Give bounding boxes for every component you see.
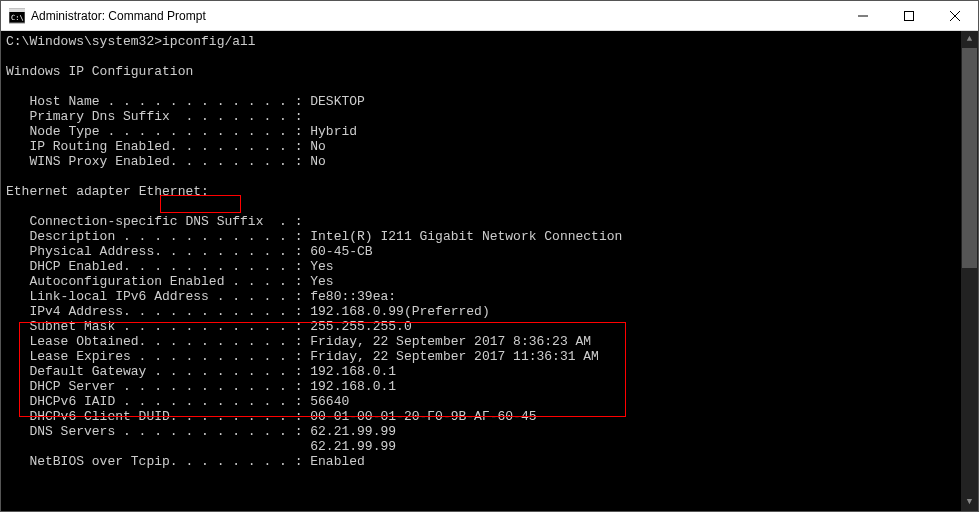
label: NetBIOS over Tcpip. . . . . . . . :: [29, 454, 302, 469]
titlebar[interactable]: C:\ Administrator: Command Prompt: [1, 1, 978, 31]
value: 60-45-CB: [310, 244, 372, 259]
label: Autoconfiguration Enabled . . . . :: [29, 274, 302, 289]
adapter-prefix: Ethernet adapter: [6, 184, 139, 199]
label: Physical Address. . . . . . . . . :: [29, 244, 302, 259]
svg-rect-4: [905, 11, 914, 20]
svg-rect-1: [9, 9, 25, 12]
label: Connection-specific DNS Suffix . :: [29, 214, 302, 229]
label: Default Gateway . . . . . . . . . :: [29, 364, 302, 379]
scrollbar-vertical[interactable]: ▲ ▼: [961, 31, 978, 511]
svg-text:C:\: C:\: [11, 14, 24, 22]
prompt: C:\Windows\system32>: [6, 34, 162, 49]
value: Hybrid: [310, 124, 357, 139]
label: DHCP Server . . . . . . . . . . . :: [29, 379, 302, 394]
label: Link-local IPv6 Address . . . . . :: [29, 289, 302, 304]
label: Host Name . . . . . . . . . . . . :: [29, 94, 302, 109]
value: 255.255.255.0: [310, 319, 411, 334]
label: Description . . . . . . . . . . . :: [29, 229, 302, 244]
terminal-output: C:\Windows\system32>ipconfig/all Windows…: [6, 34, 973, 469]
label: Lease Expires . . . . . . . . . . :: [29, 349, 302, 364]
value: No: [310, 154, 326, 169]
value: Friday, 22 September 2017 8:36:23 AM: [310, 334, 591, 349]
label: DNS Servers . . . . . . . . . . . :: [29, 424, 302, 439]
value: 62.21.99.99: [310, 439, 396, 454]
value: No: [310, 139, 326, 154]
value: 62.21.99.99: [310, 424, 396, 439]
cmd-icon: C:\: [9, 8, 25, 24]
value: 192.168.0.1: [310, 379, 396, 394]
value: 56640: [310, 394, 349, 409]
label: Lease Obtained. . . . . . . . . . :: [29, 334, 302, 349]
minimize-button[interactable]: [840, 1, 886, 30]
value: Intel(R) I211 Gigabit Network Connection: [310, 229, 622, 244]
value: Enabled: [310, 454, 365, 469]
scrollbar-down-arrow[interactable]: ▼: [961, 494, 978, 511]
maximize-button[interactable]: [886, 1, 932, 30]
label: DHCPv6 Client DUID. . . . . . . . :: [29, 409, 302, 424]
label: Node Type . . . . . . . . . . . . :: [29, 124, 302, 139]
window-controls: [840, 1, 978, 30]
value: Friday, 22 September 2017 11:36:31 AM: [310, 349, 599, 364]
label: Subnet Mask . . . . . . . . . . . :: [29, 319, 302, 334]
label: DHCP Enabled. . . . . . . . . . . :: [29, 259, 302, 274]
value: Yes: [310, 274, 333, 289]
value: 00-01-00-01-20-F0-9B-AF-60-45: [310, 409, 536, 424]
value: Yes: [310, 259, 333, 274]
terminal-area[interactable]: C:\Windows\system32>ipconfig/all Windows…: [1, 31, 978, 511]
command-prompt-window: C:\ Administrator: Command Prompt C:\Win…: [0, 0, 979, 512]
label: IP Routing Enabled. . . . . . . . :: [29, 139, 302, 154]
value: 192.168.0.1: [310, 364, 396, 379]
label: WINS Proxy Enabled. . . . . . . . :: [29, 154, 302, 169]
command: ipconfig/all: [162, 34, 256, 49]
label: IPv4 Address. . . . . . . . . . . :: [29, 304, 302, 319]
scrollbar-up-arrow[interactable]: ▲: [961, 31, 978, 48]
section-header: Windows IP Configuration: [6, 64, 193, 79]
label: Primary Dns Suffix . . . . . . . :: [29, 109, 302, 124]
value: DESKTOP: [310, 94, 365, 109]
close-button[interactable]: [932, 1, 978, 30]
adapter-name: Ethernet:: [139, 184, 209, 199]
window-title: Administrator: Command Prompt: [31, 9, 840, 23]
value: 192.168.0.99(Preferred): [310, 304, 489, 319]
label: DHCPv6 IAID . . . . . . . . . . . :: [29, 394, 302, 409]
value: fe80::39ea:: [310, 289, 396, 304]
scrollbar-thumb[interactable]: [962, 48, 977, 268]
